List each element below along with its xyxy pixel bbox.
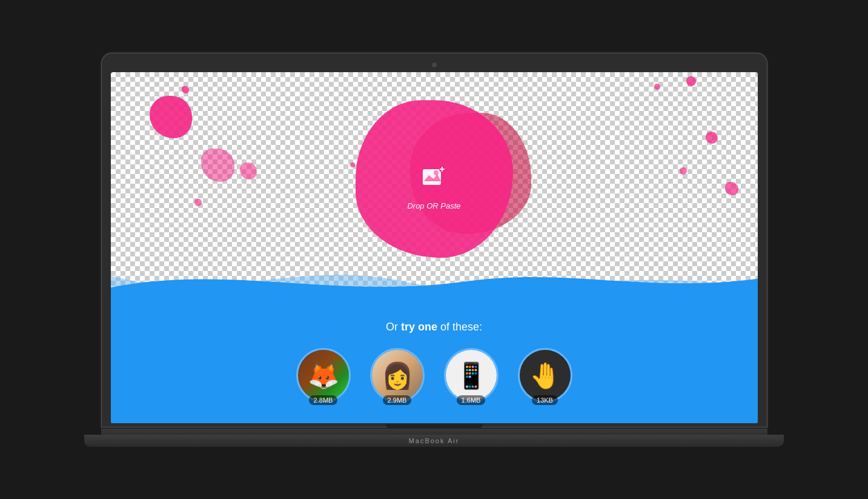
laptop-screen-bezel: Drop OR Paste Or try one of these: (101, 53, 767, 427)
laptop-wrapper: Drop OR Paste Or try one of these: (101, 53, 767, 447)
macbook-label: MacBook Air (409, 437, 460, 444)
sample-item-phone[interactable]: 📱 1.6MB (444, 348, 499, 405)
blue-section: Or try one of these: 🦊 2.8MB 👩 2.9MB (111, 311, 758, 424)
svg-point-1 (434, 170, 439, 175)
sample-item-animal[interactable]: 🦊 2.8MB (296, 348, 351, 405)
sample-size-hand: 13KB (532, 395, 558, 405)
drop-area[interactable]: Drop OR Paste (111, 72, 758, 311)
sample-size-phone: 1.6MB (457, 395, 486, 405)
laptop-base: MacBook Air (84, 435, 784, 447)
sample-circle-phone[interactable]: 📱 (444, 348, 499, 403)
sample-circle-animal[interactable]: 🦊 (296, 348, 351, 403)
sample-circle-hand[interactable]: 🤚 (518, 348, 572, 403)
decorative-blob (725, 182, 738, 195)
decorative-blob (706, 132, 718, 144)
decorative-blob (680, 167, 687, 175)
try-one-bold: try one (401, 321, 437, 333)
decorative-blob (240, 162, 257, 179)
laptop-hinge (101, 427, 767, 435)
add-image-icon (422, 166, 447, 196)
try-one-text: Or try one of these: (386, 321, 482, 333)
decorative-blob (654, 84, 660, 90)
sample-item-hand[interactable]: 🤚 13KB (518, 348, 572, 405)
decorative-blob (686, 76, 696, 86)
sample-item-person[interactable]: 👩 2.9MB (370, 348, 425, 405)
sample-circle-person[interactable]: 👩 (370, 348, 425, 403)
decorative-blob (201, 149, 234, 182)
decorative-blob (150, 96, 192, 138)
wave-divider (111, 250, 758, 311)
decorative-blob (350, 162, 355, 167)
drop-label: Drop OR Paste (407, 201, 460, 210)
decorative-blob (194, 199, 202, 206)
laptop-camera (432, 62, 437, 67)
screen-content: Drop OR Paste Or try one of these: (111, 72, 758, 424)
decorative-blob (182, 86, 189, 93)
drop-icon-area[interactable]: Drop OR Paste (407, 166, 460, 210)
sample-images-list: 🦊 2.8MB 👩 2.9MB 📱 1.6M (296, 348, 572, 405)
sample-size-animal: 2.8MB (309, 395, 338, 405)
screen-bottom-notch (386, 424, 483, 427)
sample-size-person: 2.9MB (383, 395, 412, 405)
